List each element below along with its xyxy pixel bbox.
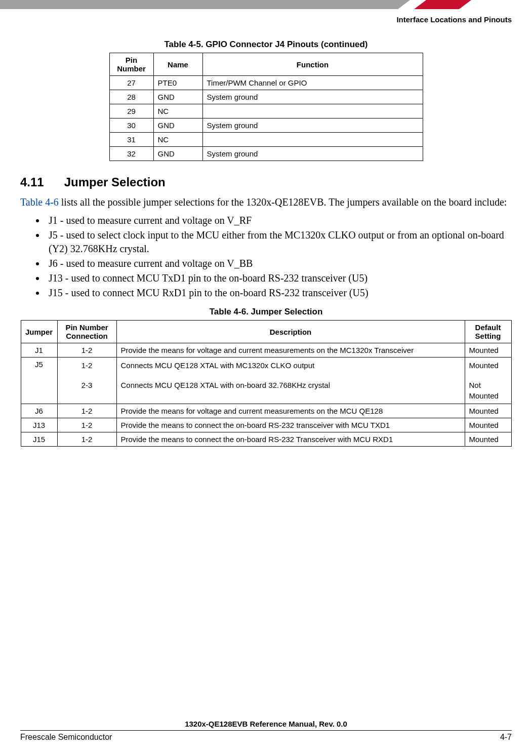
- cell-pin: 30: [109, 118, 153, 133]
- cell-default: Mounted: [465, 343, 511, 357]
- cell-jumper: J5: [21, 357, 57, 404]
- j5-pin2: 2-3: [81, 381, 93, 389]
- list-item: J13 - used to connect MCU TxD1 pin to th…: [46, 271, 512, 285]
- cell-desc: Provide the means for voltage and curren…: [116, 343, 465, 357]
- cell-desc: Connects MCU QE128 XTAL with MC1320x CLK…: [116, 357, 465, 404]
- cell-pin: 31: [109, 133, 153, 147]
- cell-func: Timer/PWM Channel or GPIO: [202, 76, 423, 90]
- cell-name: NC: [153, 133, 202, 147]
- cell-jumper: J6: [21, 404, 57, 418]
- cell-pin: 1-2: [57, 432, 116, 447]
- table-row: 32GNDSystem ground: [109, 147, 423, 161]
- intro-paragraph: Table 4-6 lists all the possible jumper …: [20, 195, 512, 209]
- cell-name: GND: [153, 147, 202, 161]
- page-footer: 1320x-QE128EVB Reference Manual, Rev. 0.…: [20, 720, 512, 742]
- cell-pin: 29: [109, 104, 153, 118]
- table-row: J6 1-2 Provide the means for voltage and…: [21, 404, 511, 418]
- cell-pin: 1-2: [57, 343, 116, 357]
- col-pin-conn: Pin Number Connection: [57, 321, 116, 343]
- col-pin-number: Pin Number: [109, 53, 153, 76]
- cell-desc: Provide the means to connect the on-boar…: [116, 432, 465, 447]
- col-default: Default Setting: [465, 321, 511, 343]
- page-section-title: Interface Locations and Pinouts: [396, 15, 512, 24]
- footer-page-number: 4-7: [500, 733, 512, 742]
- cell-func: [202, 104, 423, 118]
- col-jumper: Jumper: [21, 321, 57, 343]
- list-item: J1 - used to measure current and voltage…: [46, 214, 512, 227]
- table-row: 29NC: [109, 104, 423, 118]
- table45: Pin Number Name Function 27PTE0Timer/PWM…: [109, 53, 423, 161]
- cell-func: System ground: [202, 118, 423, 133]
- list-item: J6 - used to measure current and voltage…: [46, 257, 512, 270]
- cell-pin: 1-2 2-3: [57, 357, 116, 404]
- section-title: Jumper Selection: [64, 175, 166, 189]
- table-row: 30GNDSystem ground: [109, 118, 423, 133]
- section-number: 4.11: [20, 175, 61, 189]
- intro-rest: lists all the possible jumper selections…: [59, 196, 507, 208]
- j5-pin1: 1-2: [81, 361, 93, 370]
- cell-default: Mounted Not Mounted: [465, 357, 511, 404]
- table-row: J1 1-2 Provide the means for voltage and…: [21, 343, 511, 357]
- cell-name: NC: [153, 104, 202, 118]
- table-row: 31NC: [109, 133, 423, 147]
- j5-def2: Not Mounted: [469, 381, 499, 400]
- col-description: Description: [116, 321, 465, 343]
- cell-pin: 28: [109, 90, 153, 104]
- cell-func: System ground: [202, 147, 423, 161]
- cell-jumper: J1: [21, 343, 57, 357]
- cell-pin: 27: [109, 76, 153, 90]
- table46: Jumper Pin Number Connection Description…: [21, 320, 512, 447]
- list-item: J15 - used to connect MCU RxD1 pin to th…: [46, 286, 512, 300]
- col-name: Name: [153, 53, 202, 76]
- list-item: J5 - used to select clock input to the M…: [46, 228, 512, 256]
- j5-desc2: Connects MCU QE128 XTAL with on-board 32…: [121, 381, 331, 389]
- section-heading: 4.11 Jumper Selection: [20, 175, 512, 189]
- table-row: 27PTE0Timer/PWM Channel or GPIO: [109, 76, 423, 90]
- table-header-row: Pin Number Name Function: [109, 53, 423, 76]
- table-header-row: Jumper Pin Number Connection Description…: [21, 321, 511, 343]
- footer-company: Freescale Semiconductor: [20, 733, 112, 742]
- jumper-bullet-list: J1 - used to measure current and voltage…: [20, 214, 512, 300]
- cell-jumper: J13: [21, 418, 57, 432]
- cell-name: PTE0: [153, 76, 202, 90]
- cell-desc: Provide the means to connect the on-boar…: [116, 418, 465, 432]
- footer-doc-title: 1320x-QE128EVB Reference Manual, Rev. 0.…: [20, 720, 512, 731]
- cell-jumper: J15: [21, 432, 57, 447]
- cell-func: [202, 133, 423, 147]
- table46-caption: Table 4-6. Jumper Selection: [20, 307, 512, 317]
- cell-pin: 32: [109, 147, 153, 161]
- cell-pin: 1-2: [57, 418, 116, 432]
- header-decor: [0, 0, 532, 9]
- cell-name: GND: [153, 118, 202, 133]
- cell-pin: 1-2: [57, 404, 116, 418]
- table-row: J13 1-2 Provide the means to connect the…: [21, 418, 511, 432]
- cell-func: System ground: [202, 90, 423, 104]
- table-row: J15 1-2 Provide the means to connect the…: [21, 432, 511, 447]
- table45-caption: Table 4-5. GPIO Connector J4 Pinouts (co…: [20, 39, 512, 50]
- table46-link[interactable]: Table 4-6: [20, 196, 59, 208]
- table-row: J5 1-2 2-3 Connects MCU QE128 XTAL with …: [21, 357, 511, 404]
- col-function: Function: [202, 53, 423, 76]
- cell-name: GND: [153, 90, 202, 104]
- cell-default: Mounted: [465, 404, 511, 418]
- cell-default: Mounted: [465, 418, 511, 432]
- j5-def1: Mounted: [469, 361, 499, 370]
- cell-desc: Provide the means for voltage and curren…: [116, 404, 465, 418]
- table-row: 28GNDSystem ground: [109, 90, 423, 104]
- cell-default: Mounted: [465, 432, 511, 447]
- j5-desc1: Connects MCU QE128 XTAL with MC1320x CLK…: [121, 361, 315, 370]
